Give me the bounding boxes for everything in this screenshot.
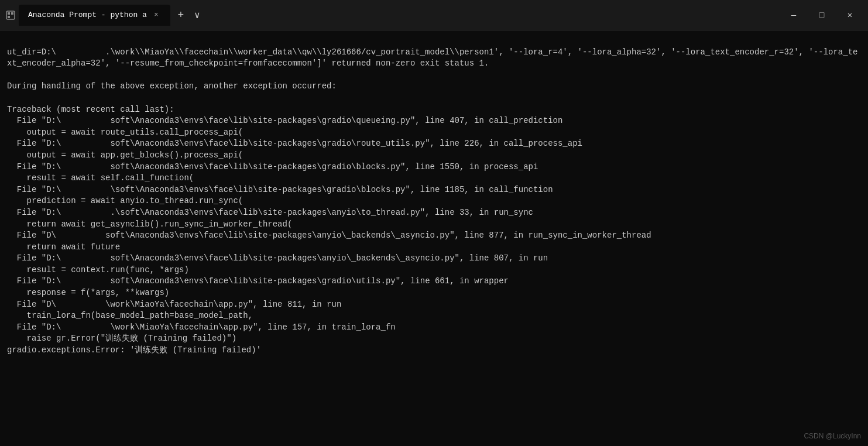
terminal-line: prediction = await anyio.to_thread.run_s… — [7, 195, 861, 207]
window-controls: — □ ✕ — [780, 6, 863, 25]
terminal-line: File "D\ \work\MiaoYa\facechain\app.py",… — [7, 299, 861, 311]
terminal-line: File "D:\ soft\Anaconda3\envs\face\lib\s… — [7, 138, 861, 150]
terminal-output: ut_dir=D:\ .\work\\MiaoYa\\facechain\\wo… — [0, 30, 868, 446]
terminal-line: response = f(*args, **kwargs) — [7, 287, 861, 299]
maximize-button[interactable]: □ — [808, 6, 835, 25]
terminal-line — [7, 92, 861, 104]
svg-rect-1 — [8, 12, 10, 15]
terminal-line: During handling of the above exception, … — [7, 81, 861, 92]
terminal-line: result = context.run(func, *args) — [7, 265, 861, 276]
terminal-line: File "D:\ soft\Anaconda3\envs\face\lib\s… — [7, 115, 861, 127]
terminal-line: return await future — [7, 242, 861, 253]
terminal-line: File "D:\ soft\Anaconda3\envs\face\lib\s… — [7, 253, 861, 265]
minimize-button[interactable]: — — [780, 6, 807, 25]
terminal-line: File "D:\ soft\Anaconda3\envs\face\lib\s… — [7, 276, 861, 287]
terminal-line: train_lora_fn(base_model_path=base_model… — [7, 310, 861, 322]
terminal-line: File "D:\ .\soft\Anaconda3\envs\face\lib… — [7, 207, 861, 219]
svg-rect-3 — [8, 16, 10, 18]
tab-container: Anaconda Prompt - python a × + ∨ — [19, 5, 780, 26]
new-tab-button[interactable]: + — [173, 7, 189, 23]
svg-rect-2 — [11, 12, 13, 15]
terminal-line: output = await app.get_blocks().process_… — [7, 150, 861, 162]
window-icon — [5, 9, 16, 21]
tab-label: Anaconda Prompt - python a — [28, 11, 147, 19]
terminal-line: gradio.exceptions.Error: '训练失败 (Training… — [7, 345, 861, 356]
terminal-line: File "D:\ \work\MiaoYa\facechain\app.py"… — [7, 322, 861, 334]
terminal-line: File "D\ soft\Anaconda3\envs\face\lib\si… — [7, 230, 861, 242]
terminal-line: Traceback (most recent call last): — [7, 104, 861, 116]
close-button[interactable]: ✕ — [836, 6, 863, 25]
tab-close-button[interactable]: × — [152, 11, 161, 20]
tab-dropdown-button[interactable]: ∨ — [190, 8, 204, 22]
terminal-line: raise gr.Error("训练失败 (Training failed)") — [7, 333, 861, 345]
terminal-line: return await get_asynclib().run_sync_in_… — [7, 219, 861, 231]
terminal-line: output = await route_utils.call_process_… — [7, 127, 861, 139]
terminal-line — [7, 70, 861, 81]
title-bar: Anaconda Prompt - python a × + ∨ — □ ✕ — [0, 0, 868, 30]
terminal-line: result = await self.call_function( — [7, 173, 861, 184]
title-bar-left — [5, 9, 16, 21]
terminal-line: File "D:\ soft\Anaconda3\envs\face\lib\s… — [7, 162, 861, 173]
terminal-line: File "D:\ \soft\Anaconda3\envs\face\lib\… — [7, 184, 861, 196]
terminal-line: ut_dir=D:\ .\work\\MiaoYa\\facechain\\wo… — [7, 47, 861, 70]
watermark: CSDN @LuckyInn — [804, 432, 861, 440]
active-tab[interactable]: Anaconda Prompt - python a × — [19, 5, 170, 26]
